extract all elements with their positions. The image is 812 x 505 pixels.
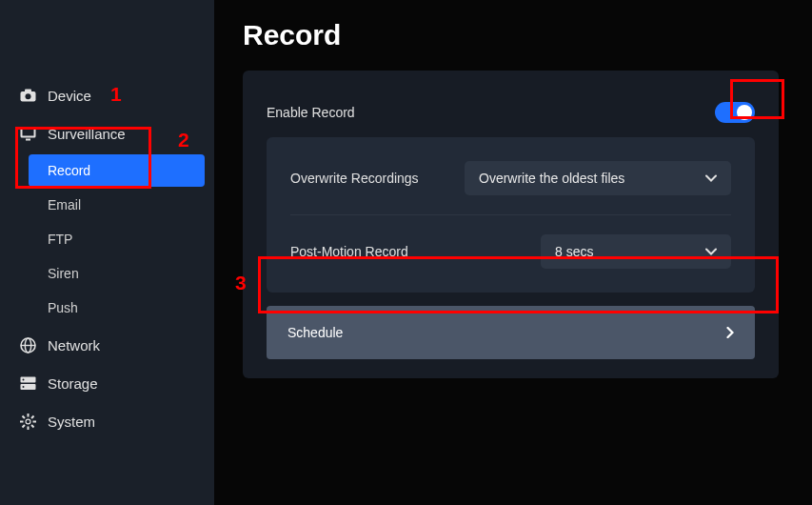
camera-icon [19,87,36,104]
sidebar-item-label: Surveillance [48,126,126,142]
overwrite-value: Overwrite the oldest files [479,171,624,186]
postmotion-row: Post-Motion Record 8 secs [290,215,731,288]
overwrite-label: Overwrite Recordings [290,171,419,186]
sidebar-item-label: System [48,414,95,430]
overwrite-select[interactable]: Overwrite the oldest files [465,161,731,195]
schedule-button[interactable]: Schedule [267,306,755,359]
monitor-icon [19,125,36,142]
svg-rect-14 [27,414,29,417]
svg-point-22 [26,419,30,423]
sidebar-item-label: Network [48,337,100,354]
chevron-down-icon [705,174,717,182]
enable-record-row: Enable Record [267,88,755,137]
schedule-label: Schedule [287,325,343,340]
gear-icon [19,413,36,430]
sidebar-item-label: Storage [48,375,98,392]
storage-icon [19,374,36,392]
postmotion-value: 8 secs [555,244,593,259]
svg-rect-5 [26,138,30,140]
postmotion-select[interactable]: 8 secs [541,234,731,269]
sidebar-sub-label: FTP [48,232,72,247]
svg-rect-18 [30,414,34,418]
sidebar-sub-email[interactable]: Email [29,189,205,221]
svg-rect-17 [32,420,36,422]
svg-rect-16 [20,420,24,422]
sidebar: Device Surveillance Record Email FTP Sir… [0,0,214,505]
svg-rect-19 [21,424,25,428]
surveillance-submenu: Record Email FTP Siren Push [0,154,214,324]
svg-rect-20 [21,414,25,418]
sidebar-sub-label: Siren [48,266,79,281]
chevron-right-icon [726,327,734,338]
svg-point-11 [22,378,24,380]
svg-rect-4 [22,129,33,135]
sidebar-sub-label: Email [48,197,81,212]
sidebar-sub-label: Record [48,163,90,178]
sidebar-item-network[interactable]: Network [0,326,214,364]
svg-rect-1 [25,90,31,92]
enable-record-label: Enable Record [267,105,355,120]
sidebar-item-device[interactable]: Device [0,76,214,114]
svg-rect-21 [30,424,34,428]
overwrite-row: Overwrite Recordings Overwrite the oldes… [290,142,731,215]
sidebar-sub-record[interactable]: Record [29,154,205,187]
enable-record-toggle[interactable] [715,102,755,123]
sidebar-item-surveillance[interactable]: Surveillance [0,114,214,152]
globe-icon [19,336,36,354]
sidebar-item-storage[interactable]: Storage [0,364,214,402]
svg-point-2 [25,93,30,99]
postmotion-label: Post-Motion Record [290,244,408,259]
main-content: Record Enable Record Overwrite Recording… [214,0,812,505]
svg-rect-15 [27,426,29,430]
svg-point-12 [22,386,24,388]
sidebar-sub-push[interactable]: Push [29,292,205,324]
sidebar-sub-label: Push [48,300,78,315]
sidebar-sub-siren[interactable]: Siren [29,257,205,290]
sidebar-item-system[interactable]: System [0,402,214,440]
sidebar-sub-ftp[interactable]: FTP [29,223,205,255]
page-title: Record [243,19,779,51]
chevron-down-icon [705,248,717,255]
record-panel: Enable Record Overwrite Recordings Overw… [243,71,779,378]
sidebar-item-label: Device [48,88,91,104]
record-settings-panel: Overwrite Recordings Overwrite the oldes… [267,137,755,293]
toggle-knob [737,105,752,120]
